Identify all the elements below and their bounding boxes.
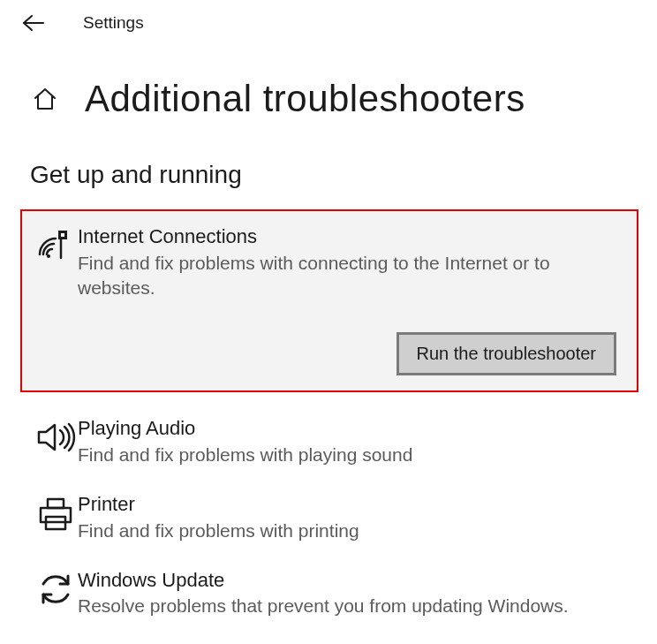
troubleshooter-title: Printer (78, 492, 616, 517)
troubleshooter-playing-audio[interactable]: Playing Audio Find and fix problems with… (21, 402, 638, 478)
back-arrow-icon[interactable] (19, 14, 48, 32)
home-icon[interactable] (30, 86, 60, 112)
troubleshooter-desc: Find and fix problems with printing (78, 519, 616, 543)
page-title: Additional troubleshooters (85, 78, 525, 120)
svg-rect-6 (48, 499, 64, 508)
troubleshooter-desc: Find and fix problems with playing sound (78, 443, 616, 467)
svg-rect-4 (61, 233, 64, 237)
run-troubleshooter-button[interactable]: Run the troubleshooter (396, 332, 616, 375)
troubleshooter-title: Internet Connections (78, 224, 616, 249)
app-title: Settings (83, 13, 144, 33)
speaker-icon (34, 420, 78, 455)
wireless-icon (34, 228, 78, 263)
troubleshooter-desc: Find and fix problems with connecting to… (78, 251, 616, 301)
refresh-icon (34, 572, 78, 607)
troubleshooter-title: Playing Audio (78, 416, 616, 441)
svg-marker-5 (39, 425, 55, 450)
section-heading: Get up and running (30, 161, 657, 189)
svg-point-1 (47, 254, 50, 258)
troubleshooter-desc: Resolve problems that prevent you from u… (78, 594, 616, 618)
troubleshooter-windows-update[interactable]: Windows Update Resolve problems that pre… (21, 554, 638, 630)
troubleshooter-printer[interactable]: Printer Find and fix problems with print… (21, 478, 638, 554)
printer-icon (34, 496, 78, 533)
troubleshooter-title: Windows Update (78, 568, 616, 593)
troubleshooter-internet-connections[interactable]: Internet Connections Find and fix proble… (21, 210, 638, 391)
